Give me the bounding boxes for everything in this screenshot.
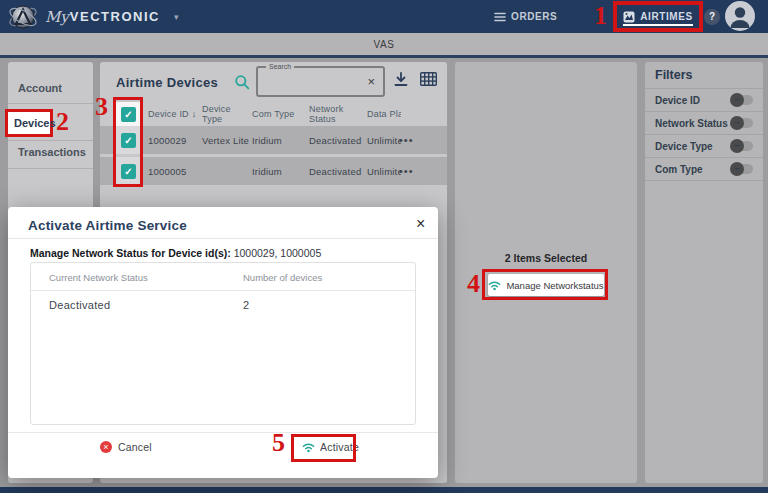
sort-descending-icon: ↓ bbox=[192, 109, 197, 119]
filter-network-status: Network Status – bbox=[645, 112, 763, 135]
select-all-checkbox[interactable]: ✓ bbox=[121, 107, 136, 122]
filter-toggle-network-status[interactable]: – bbox=[732, 118, 753, 128]
column-header-number-of-devices: Number of devices bbox=[243, 272, 322, 283]
filter-toggle-com-type[interactable]: – bbox=[732, 164, 753, 174]
filter-toggle-device-id[interactable]: – bbox=[732, 95, 753, 105]
column-header-device-id[interactable]: Device ID ↓ bbox=[148, 102, 202, 126]
cell-network-status: Deactivated bbox=[309, 157, 366, 185]
row-checkbox[interactable]: ✓ bbox=[121, 164, 136, 179]
activate-airtime-modal: Activate Airtime Service × Manage Networ… bbox=[8, 207, 438, 478]
airtimes-icon bbox=[623, 11, 635, 23]
wifi-icon bbox=[488, 280, 501, 291]
download-icon[interactable] bbox=[394, 72, 408, 87]
cell-data-plan: Unlimited bbox=[367, 157, 401, 185]
cancel-label: Cancel bbox=[118, 441, 152, 453]
column-header-com-type[interactable]: Com Type bbox=[252, 102, 308, 126]
column-header-network-status[interactable]: Network Status bbox=[309, 102, 366, 126]
filter-label: Network Status bbox=[655, 118, 728, 129]
brand-caret-icon[interactable]: ▾ bbox=[174, 12, 179, 22]
vas-bar: VAS bbox=[0, 33, 768, 58]
modal-subtitle-bold: Manage Network Status for Device id(s): bbox=[30, 247, 231, 259]
row-menu-icon[interactable]: ••• bbox=[399, 157, 425, 185]
table-header-row: ✓ Device ID ↓ Device Type Com Type Netwo… bbox=[100, 102, 447, 126]
brand-name-text: VECTRONIC bbox=[70, 9, 160, 24]
bottom-bar bbox=[0, 487, 768, 493]
cell-current-network-status: Deactivated bbox=[49, 299, 110, 311]
filters-panel: Filters Device ID – Network Status – Dev… bbox=[645, 62, 763, 483]
divider bbox=[8, 103, 93, 104]
filter-label: Device ID bbox=[655, 95, 700, 106]
row-menu-icon[interactable]: ••• bbox=[399, 126, 425, 154]
filter-device-id: Device ID – bbox=[645, 89, 763, 112]
manage-networkstatus-button[interactable]: Manage Networkstatus bbox=[488, 274, 604, 296]
cell-com-type: Iridium bbox=[252, 157, 308, 185]
airtimes-label: AIRTIMES bbox=[640, 11, 693, 22]
cancel-circle-icon: × bbox=[100, 441, 112, 453]
filters-title: Filters bbox=[645, 68, 763, 89]
vectronic-globe-icon bbox=[8, 2, 38, 32]
divider bbox=[8, 140, 93, 141]
toggle-knob-icon: – bbox=[730, 139, 744, 153]
row-checkbox-cell: ✓ bbox=[115, 157, 142, 185]
cell-device-type bbox=[202, 157, 252, 185]
modal-title: Activate Airtime Service bbox=[28, 218, 187, 233]
column-header-current-network-status: Current Network Status bbox=[49, 272, 148, 283]
wifi-icon bbox=[302, 442, 315, 453]
row-checkbox[interactable]: ✓ bbox=[121, 133, 136, 148]
filter-toggle-device-type[interactable]: – bbox=[732, 141, 753, 151]
cell-device-type: Vertex Lite bbox=[202, 126, 252, 154]
person-icon bbox=[725, 1, 755, 31]
manage-networkstatus-label: Manage Networkstatus bbox=[506, 280, 603, 291]
toggle-knob-icon: – bbox=[730, 162, 744, 176]
divider bbox=[8, 168, 93, 169]
row-checkbox-cell: ✓ bbox=[115, 126, 142, 154]
sidebar-item-devices[interactable]: Devices bbox=[5, 109, 53, 137]
cell-device-id: 1000029 bbox=[148, 126, 202, 154]
vas-label: VAS bbox=[374, 39, 395, 50]
filter-device-type: Device Type – bbox=[645, 135, 763, 158]
column-header-device-type[interactable]: Device Type bbox=[202, 102, 252, 126]
brand-script-text: My bbox=[45, 8, 69, 26]
cell-number-of-devices: 2 bbox=[243, 299, 249, 311]
tab-airtimes[interactable]: AIRTIMES bbox=[613, 1, 703, 32]
table-row[interactable]: ✓ 1000005 Iridium Deactivated Unlimited … bbox=[100, 157, 447, 185]
activate-label: Activate bbox=[320, 441, 359, 453]
brand-logo[interactable]: My VECTRONIC ▾ bbox=[8, 0, 178, 33]
modal-close-icon[interactable]: × bbox=[416, 215, 425, 233]
filter-label: Com Type bbox=[655, 164, 703, 175]
column-header-data-plan[interactable]: Data Plan bbox=[367, 102, 401, 126]
divider bbox=[8, 432, 438, 433]
device-id-header-label: Device ID bbox=[148, 109, 189, 119]
filter-com-type: Com Type – bbox=[645, 158, 763, 181]
search-icon[interactable] bbox=[234, 74, 250, 90]
select-all-cell: ✓ bbox=[115, 102, 142, 126]
table-grid-icon[interactable] bbox=[420, 72, 437, 86]
cell-network-status: Deactivated bbox=[309, 126, 366, 154]
modal-subtitle: Manage Network Status for Device id(s): … bbox=[30, 247, 321, 259]
help-button[interactable]: ? bbox=[704, 9, 720, 25]
table-row[interactable]: ✓ 1000029 Vertex Lite Iridium Deactivate… bbox=[100, 126, 447, 154]
selection-panel: 2 Items Selected Manage Networkstatus bbox=[455, 62, 637, 483]
search-label: Search bbox=[266, 63, 294, 70]
cell-device-id: 1000005 bbox=[148, 157, 202, 185]
filter-label: Device Type bbox=[655, 141, 713, 152]
sidebar-item-account[interactable]: Account bbox=[18, 82, 62, 94]
cell-data-plan: Unlimited bbox=[367, 126, 401, 154]
user-avatar[interactable] bbox=[725, 1, 755, 31]
top-navbar: My VECTRONIC ▾ ORDERS AIRTIMES ? bbox=[0, 0, 768, 33]
search-input[interactable] bbox=[262, 72, 357, 93]
divider bbox=[8, 238, 438, 239]
sidebar-item-transactions[interactable]: Transactions bbox=[18, 146, 86, 158]
clear-search-icon[interactable]: × bbox=[367, 75, 375, 89]
tab-orders[interactable]: ORDERS bbox=[494, 0, 557, 33]
app-window: My VECTRONIC ▾ ORDERS AIRTIMES ? bbox=[0, 0, 768, 493]
activate-button[interactable]: Activate bbox=[302, 441, 359, 453]
search-box: Search × bbox=[256, 66, 385, 97]
toggle-knob-icon: – bbox=[730, 93, 744, 107]
orders-list-icon bbox=[494, 12, 506, 22]
network-status-table: Current Network Status Number of devices… bbox=[30, 262, 416, 425]
orders-label: ORDERS bbox=[511, 11, 557, 22]
toggle-knob-icon: – bbox=[730, 116, 744, 130]
cancel-button[interactable]: × Cancel bbox=[100, 441, 152, 453]
active-tab-indicator bbox=[623, 24, 693, 26]
